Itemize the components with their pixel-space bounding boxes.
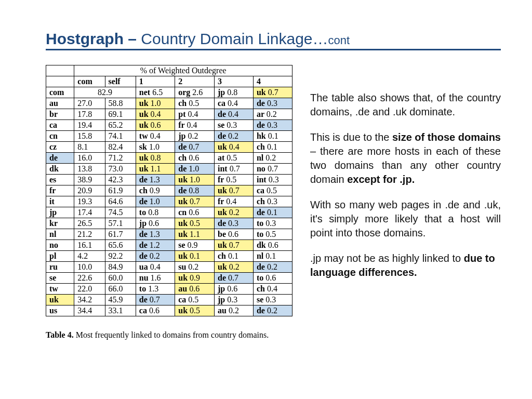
slide-title: Hostgraph – Country Domain Linkage…cont [46,30,501,50]
rank-cell: ua 0.4 [136,262,175,273]
rank-cell: ch 0.6 [175,153,215,164]
com-cell: 19.3 [74,196,105,207]
com-cell: 20.9 [74,185,105,196]
rank-cell: au 0.2 [214,305,253,316]
com-cell: 26.5 [74,218,105,229]
cc-cell: ru [46,262,74,273]
com-cell: 8.1 [74,142,105,153]
rank-cell: to 0.3 [253,218,292,229]
para-2: This is due to the size of those domains… [310,130,501,187]
rank-cell: ch 0.3 [253,196,292,207]
blank-header [46,65,74,76]
rank-cell: de 0.7 [214,273,253,284]
rank-cell: ch 0.5 [175,98,215,109]
title-cont: cont [328,34,350,47]
self-cell: 58.8 [105,98,136,109]
rank-cell: uk 0.5 [175,218,215,229]
com-cell: 22.6 [74,273,105,284]
rank-cell: uk 1.1 [175,229,215,240]
rank-cell: de 0.2 [253,262,292,273]
rank-cell: de 1.0 [136,196,175,207]
rank-cell: sk 1.0 [136,142,175,153]
rank-cell: jp 0.2 [175,131,215,142]
cc-cell: kr [46,218,74,229]
table-row: nl21.261.7de 1.3uk 1.1be 0.6to 0.5 [46,229,292,240]
com-cell: 16.1 [74,240,105,251]
rank-cell: int 0.7 [214,164,253,175]
rank-cell: nl 0.1 [253,251,292,262]
self-cell: 64.6 [105,196,136,207]
rank-cell: at 0.5 [214,153,253,164]
rank-cell: uk 0.7 [253,87,292,98]
table-row: ca19.465.2uk 0.6fr 0.4se 0.3de 0.3 [46,120,292,131]
rank-cell: fr 0.4 [175,120,215,131]
rank-cell: uk 0.5 [175,305,215,316]
cc-cell: se [46,273,74,284]
rank-cell: nu 1.6 [136,273,175,284]
com-cell: 10.0 [74,262,105,273]
table-row: kr26.557.1jp 0.6uk 0.5de 0.3to 0.3 [46,218,292,229]
self-cell: 61.9 [105,185,136,196]
cc-cell: com [46,87,74,98]
cc-cell: de [46,153,74,164]
rank-cell: to 0.5 [253,229,292,240]
slide: Hostgraph – Country Domain Linkage…cont … [0,0,532,399]
rank-cell: ch 0.9 [136,185,175,196]
rank-cell: hk 0.1 [253,131,292,142]
rank-cell: de 0.3 [214,218,253,229]
cc-cell: nl [46,229,74,240]
table-row: jp17.474.5to 0.8cn 0.6uk 0.2de 0.1 [46,207,292,218]
rank-cell: uk 0.1 [175,251,215,262]
rank-cell: ch 0.1 [253,142,292,153]
rank-cell: se 0.3 [214,120,253,131]
rank-cell: uk 1.0 [136,98,175,109]
rank-cell: de 0.2 [253,305,292,316]
cc-cell: cz [46,142,74,153]
rank-cell: to 1.3 [136,284,175,295]
cc-cell: br [46,109,74,120]
cc-cell: fr [46,185,74,196]
rank-cell: int 0.3 [253,175,292,185]
com-cell: 17.4 [74,207,105,218]
rank-cell: uk 0.4 [136,109,175,120]
self-cell: 69.1 [105,109,136,120]
rank-cell: ca 0.5 [175,295,215,305]
rank-cell: ch 0.1 [214,251,253,262]
rank-cell: ca 0.4 [214,98,253,109]
cc-cell: tw [46,284,74,295]
rank-cell: jp 0.8 [214,87,253,98]
rank-cell: uk 1.0 [175,175,215,185]
self-cell: 82.9 [74,87,136,98]
table-caption: Table 4. Most frequently linked to domai… [46,330,292,341]
col-header: self [105,76,136,87]
rank-cell: ch 0.4 [253,284,292,295]
rank-cell: to 0.8 [136,207,175,218]
table-row: cn15.874.1tw 0.4jp 0.2de 0.2hk 0.1 [46,131,292,142]
table-row: us34.433.1ca 0.6uk 0.5au 0.2de 0.2 [46,305,292,316]
rank-cell: jp 0.3 [214,295,253,305]
para-4: .jp may not be as highly linked to due t… [310,251,501,280]
com-cell: 22.0 [74,284,105,295]
rank-cell: de 0.2 [214,131,253,142]
rank-cell: de 0.2 [136,251,175,262]
table-row: dk13.873.0uk 1.1de 1.0int 0.7no 0.7 [46,164,292,175]
self-cell: 57.1 [105,218,136,229]
rank-cell: uk 0.9 [175,273,215,284]
self-cell: 65.2 [105,120,136,131]
table-row: com82.9net 6.5org 2.6jp 0.8uk 0.7 [46,87,292,98]
rank-cell: tw 0.4 [136,131,175,142]
cc-cell: it [46,196,74,207]
rank-cell: uk 0.4 [214,142,253,153]
self-cell: 84.9 [105,262,136,273]
table-row: de16.071.2uk 0.8ch 0.6at 0.5nl 0.2 [46,153,292,164]
com-cell: 16.0 [74,153,105,164]
title-bold: Hostgraph – [46,30,141,47]
rank-cell: to 0.6 [253,273,292,284]
self-cell: 60.0 [105,273,136,284]
self-cell: 42.3 [105,175,136,185]
col-header: 4 [253,76,292,87]
com-cell: 17.8 [74,109,105,120]
rank-cell: ca 0.5 [253,185,292,196]
com-cell: 13.8 [74,164,105,175]
self-cell: 66.0 [105,284,136,295]
